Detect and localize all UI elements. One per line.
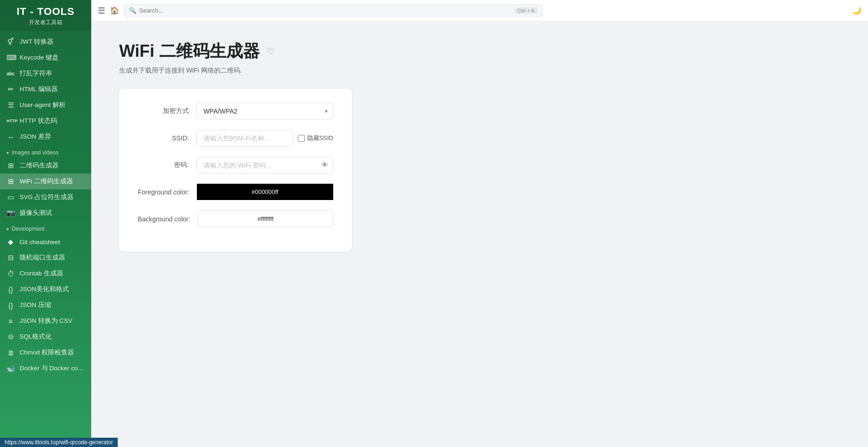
- menu-toggle-icon[interactable]: ☰: [98, 6, 105, 16]
- search-input[interactable]: [139, 7, 512, 14]
- sidebar-item-label: Git cheatsheet: [20, 239, 60, 246]
- sidebar-item-label: Crontab 生成器: [20, 269, 63, 278]
- camera-icon: 📷: [7, 209, 15, 217]
- dark-mode-icon[interactable]: 🌙: [852, 7, 861, 14]
- qrcode-icon: ⊞: [7, 161, 15, 170]
- sidebar-item-json-compress[interactable]: {} JSON 压缩: [0, 297, 91, 313]
- search-bar[interactable]: 🔍 Ctrl + K: [124, 4, 543, 17]
- sidebar-item-json-csv[interactable]: ≡ JSON 转换为 CSV: [0, 313, 91, 329]
- hidden-ssid-label: 隐藏SSID: [298, 134, 333, 142]
- sidebar-item-jwt[interactable]: ⚥ JWT 转换器: [0, 34, 91, 50]
- password-control: 👁: [196, 157, 333, 173]
- menu-icon: ☰: [7, 101, 15, 109]
- sidebar-item-crontab[interactable]: ⏱ Crontab 生成器: [0, 266, 91, 281]
- section-images-videos[interactable]: ▾ Images and videos: [0, 145, 91, 158]
- foreground-color-picker[interactable]: #000000ff: [197, 184, 333, 200]
- sidebar-item-user-agent[interactable]: ☰ User-agent 解析: [0, 97, 91, 113]
- foreground-color-label: Foreground color:: [138, 188, 189, 196]
- sidebar-item-label: 摄像头测试: [20, 209, 52, 217]
- page-description: 生成并下载用于连接到 WiFi 网络的二维码.: [119, 67, 840, 75]
- braces-compress-icon: {}: [7, 301, 15, 309]
- password-wrapper: 👁: [196, 157, 333, 173]
- edit-icon: ✏: [7, 85, 15, 93]
- sidebar-item-json-diff[interactable]: ↔ JSON 差异: [0, 129, 91, 145]
- hidden-ssid-text: 隐藏SSID: [307, 134, 333, 142]
- background-color-control: #ffffffff: [198, 210, 333, 227]
- hidden-ssid-checkbox[interactable]: [298, 135, 305, 142]
- favorite-heart-icon[interactable]: ♡: [266, 46, 275, 57]
- sidebar-item-http-status[interactable]: HTTP HTTP 状态码: [0, 113, 91, 129]
- sidebar-item-qrcode[interactable]: ⊞ 二维码生成器: [0, 158, 91, 173]
- foreground-color-control: #000000ff: [197, 184, 333, 200]
- app-subtitle: 开发者工具箱: [5, 19, 87, 27]
- search-icon: 🔍: [129, 7, 136, 14]
- sidebar-item-chmod[interactable]: 🗎 Chmod 权限检查器: [0, 345, 91, 360]
- gender-icon: ⚥: [7, 38, 15, 46]
- ssid-input[interactable]: [196, 130, 293, 147]
- sidebar-item-label: 二维码生成器: [20, 161, 59, 170]
- sidebar-item-label: JSON美化和格式: [20, 285, 69, 294]
- topbar-right: 🌙: [852, 6, 861, 15]
- sidebar-item-camera-test[interactable]: 📷 摄像头测试: [0, 205, 91, 221]
- sidebar-item-html-editor[interactable]: ✏ HTML 编辑器: [0, 81, 91, 97]
- sidebar-item-label: HTML 编辑器: [20, 85, 58, 93]
- sidebar-item-lorem[interactable]: abc 打乱字符串: [0, 66, 91, 81]
- wifi-qr-icon: ⊞: [7, 177, 15, 186]
- password-row: 密码: 👁: [138, 157, 333, 173]
- content-area: WiFi 二维码生成器 ♡ 生成并下载用于连接到 WiFi 网络的二维码. 加密…: [91, 21, 868, 447]
- eye-icon[interactable]: 👁: [321, 161, 329, 169]
- app-title: IT - TOOLS: [5, 6, 87, 18]
- sidebar-item-label: JSON 压缩: [20, 301, 51, 309]
- sidebar-item-label: SQL格式化: [20, 333, 52, 341]
- page-title-container: WiFi 二维码生成器 ♡: [119, 40, 840, 63]
- sidebar-item-label: 随机端口生成器: [20, 254, 65, 262]
- statusbar-url: https://www.ittools.top/wifi-qrcode-gene…: [5, 439, 113, 446]
- section-development[interactable]: ▾ Development: [0, 221, 91, 234]
- sidebar-item-label: HTTP 状态码: [20, 117, 57, 125]
- statusbar: https://www.ittools.top/wifi-qrcode-gene…: [0, 438, 118, 447]
- encryption-control: WPA/WPA2 WEP 无 ▾: [196, 103, 333, 120]
- diff-icon: ↔: [7, 133, 15, 141]
- search-shortcut: Ctrl + K: [515, 7, 538, 14]
- ssid-label: SSID:: [138, 134, 189, 142]
- ssid-control: 隐藏SSID: [196, 130, 333, 147]
- docker-icon: 🐋: [7, 364, 15, 373]
- db-icon: ⊝: [7, 333, 15, 341]
- sidebar-item-svg-placeholder[interactable]: ▭ SVG 占位符生成器: [0, 189, 91, 205]
- encryption-row: 加密方式 WPA/WPA2 WEP 无 ▾: [138, 103, 333, 120]
- chevron-down-icon: ▾: [7, 227, 9, 232]
- sidebar-item-label: JSON 转换为 CSV: [20, 317, 72, 325]
- page-title: WiFi 二维码生成器: [119, 40, 260, 63]
- password-input[interactable]: [196, 157, 333, 173]
- wifi-qr-form-card: 加密方式 WPA/WPA2 WEP 无 ▾ SSID:: [119, 89, 352, 252]
- sidebar-item-keycode[interactable]: ⌨ Keycode 键盘: [0, 50, 91, 66]
- topbar: ☰ 🏠 🔍 Ctrl + K 🌙: [91, 0, 868, 21]
- encryption-select[interactable]: WPA/WPA2 WEP 无: [196, 103, 333, 120]
- sidebar-item-random-port[interactable]: ⊟ 随机端口生成器: [0, 250, 91, 266]
- section-label-text: Development: [12, 226, 45, 232]
- sidebar-item-docker[interactable]: 🐋 Docker 与 Docker co...: [0, 360, 91, 376]
- main-area: ☰ 🏠 🔍 Ctrl + K 🌙 WiFi 二维码生成器 ♡ 生成并下载用于连接…: [91, 0, 868, 447]
- background-color-picker[interactable]: #ffffffff: [198, 210, 333, 227]
- sidebar-item-label: SVG 占位符生成器: [20, 193, 74, 201]
- file-icon: 🗎: [7, 349, 15, 357]
- sidebar: IT - TOOLS 开发者工具箱 ⚥ JWT 转换器 ⌨ Keycode 键盘…: [0, 0, 91, 447]
- background-color-label: Background color:: [138, 215, 190, 223]
- sidebar-item-json-format[interactable]: {} JSON美化和格式: [0, 281, 91, 297]
- foreground-color-row: Foreground color: #000000ff: [138, 184, 333, 200]
- encryption-select-wrapper: WPA/WPA2 WEP 无 ▾: [196, 103, 333, 120]
- braces-icon: {}: [7, 286, 15, 294]
- abc-icon: abc: [7, 71, 15, 76]
- sidebar-item-wifi-qrcode[interactable]: ⊞ WiFi 二维码生成器: [0, 173, 91, 189]
- sidebar-item-label: Keycode 键盘: [20, 53, 59, 62]
- sidebar-item-label: 打乱字符串: [20, 69, 52, 78]
- home-icon[interactable]: 🏠: [110, 6, 119, 15]
- svg-icon: ▭: [7, 193, 15, 201]
- ssid-input-group: 隐藏SSID: [196, 130, 333, 147]
- sidebar-item-label: Docker 与 Docker co...: [20, 364, 83, 373]
- sidebar-item-sql[interactable]: ⊝ SQL格式化: [0, 329, 91, 345]
- background-color-row: Background color: #ffffffff: [138, 210, 333, 227]
- sidebar-item-git[interactable]: ◆ Git cheatsheet: [0, 234, 91, 250]
- ssid-row: SSID: 隐藏SSID: [138, 130, 333, 147]
- sidebar-item-label: Chmod 权限检查器: [20, 348, 74, 357]
